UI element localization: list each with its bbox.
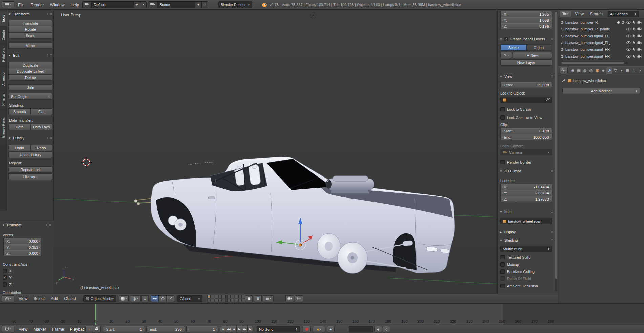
properties-tab-texture[interactable]: ▦ bbox=[625, 67, 630, 74]
outliner-item[interactable]: barstow_bumpersignal_FR bbox=[558, 46, 644, 53]
transform-z-field[interactable]: ‹Z:0.196› bbox=[500, 23, 552, 29]
layer-17[interactable] bbox=[231, 299, 234, 302]
panel-grip[interactable] bbox=[47, 137, 52, 139]
properties-tab-scene[interactable]: ◍ bbox=[582, 67, 588, 74]
layer-10[interactable] bbox=[222, 299, 226, 302]
editor-type-button[interactable]: ▾ bbox=[2, 295, 14, 302]
gp-new-button[interactable]: + New bbox=[513, 52, 552, 58]
eyedropper-icon[interactable] bbox=[546, 98, 550, 102]
viewport-3d[interactable]: xyz User Persp (1) barstow_wheeliebar bbox=[54, 10, 497, 294]
gp-brush-dropdown[interactable]: ✎▾ bbox=[500, 52, 512, 58]
outliner-scrollbar[interactable] bbox=[561, 62, 628, 64]
jump-to-next-keyframe-button[interactable]: ▶▶ bbox=[242, 326, 248, 332]
frame-start-field[interactable]: ‹Start: 1› bbox=[103, 326, 145, 332]
tool-shelf-tab-physics[interactable]: Physics bbox=[0, 91, 7, 109]
scale-button[interactable]: Scale bbox=[8, 32, 52, 39]
outliner-item[interactable]: barstow_bumpersignal_FL_ bbox=[558, 39, 644, 46]
active-keying-set-field[interactable] bbox=[349, 326, 373, 332]
layer-5[interactable] bbox=[222, 295, 226, 298]
pivot-point-dropdown[interactable]: ◎▾ bbox=[130, 295, 141, 302]
renderability-toggle-icon[interactable] bbox=[637, 34, 642, 38]
render-border-row[interactable]: Render Border bbox=[500, 160, 531, 164]
history-panel-header[interactable]: ▼History bbox=[8, 136, 52, 140]
properties-tab-constraints[interactable]: ◈ bbox=[600, 67, 606, 74]
layer-13[interactable] bbox=[235, 295, 238, 298]
layout-name-field[interactable]: Default bbox=[92, 2, 133, 8]
repeat-history-button[interactable]: History... bbox=[8, 173, 52, 180]
redo-button[interactable]: Redo bbox=[30, 145, 53, 151]
layer-6[interactable] bbox=[207, 299, 211, 302]
shading-option-textured-solid[interactable]: Textured Solid bbox=[500, 255, 555, 259]
timeline-ruler[interactable]: -50-40-30-20-100102030405060708090100110… bbox=[0, 303, 644, 325]
layer-12[interactable] bbox=[231, 295, 234, 298]
shade-smooth-button[interactable]: Smooth bbox=[8, 108, 31, 115]
operator-panel-header[interactable]: ▼Translate bbox=[2, 223, 51, 227]
shade-flat-button[interactable]: Flat bbox=[30, 108, 53, 115]
panel-grip[interactable] bbox=[47, 13, 52, 15]
item-name-field[interactable]: barstow_wheeliebar bbox=[500, 218, 552, 224]
local-camera-field[interactable]: Camera × bbox=[500, 149, 552, 155]
rotate-button[interactable]: Rotate bbox=[8, 26, 52, 33]
render-engine-dropdown[interactable]: Blender Render ▲▼ bbox=[218, 1, 252, 8]
pivot-align-toggle[interactable]: ⊕ bbox=[141, 295, 149, 302]
renderability-toggle-icon[interactable] bbox=[637, 27, 642, 31]
selectability-toggle-icon[interactable] bbox=[632, 34, 636, 38]
outliner-display-filter-dropdown[interactable]: All Scenes ▲▼ bbox=[608, 11, 639, 17]
tool-shelf-tab-tools[interactable]: Tools bbox=[0, 11, 7, 26]
duplicate-button[interactable]: Duplicate bbox=[8, 62, 52, 68]
layer-14[interactable] bbox=[238, 295, 242, 298]
transform-panel-header[interactable]: ▼Transform bbox=[8, 12, 52, 16]
shading-option-backface-culling[interactable]: Backface Culling bbox=[500, 269, 555, 274]
viewport-3d-scene[interactable]: xyz bbox=[54, 10, 497, 294]
selectability-toggle-icon[interactable] bbox=[632, 20, 636, 24]
properties-tab-particles[interactable]: ∴ bbox=[631, 67, 637, 74]
render-border-checkbox[interactable] bbox=[500, 160, 505, 164]
jump-to-start-button[interactable]: |◀ bbox=[220, 326, 226, 332]
cursor-location-z-field[interactable]: ‹Z:1.27553› bbox=[500, 196, 552, 202]
lock-camera-checkbox[interactable] bbox=[500, 115, 505, 120]
transform-y-field[interactable]: ‹Y:1.088› bbox=[500, 17, 552, 23]
viewport-menu-object[interactable]: Object bbox=[61, 296, 79, 301]
renderability-toggle-icon[interactable] bbox=[637, 55, 642, 58]
tool-shelf-tab-relations[interactable]: Relations bbox=[0, 44, 7, 65]
shading-option-ambient-occlusion[interactable]: Ambient Occlusion bbox=[500, 284, 555, 288]
outliner-item[interactable]: barstow_bumper_R bbox=[558, 19, 644, 26]
layer-8[interactable] bbox=[215, 299, 218, 302]
layer-1[interactable] bbox=[207, 295, 211, 298]
shading-option-matcap[interactable]: Matcap bbox=[500, 262, 555, 267]
lock-camera-row[interactable]: Lock Camera to View bbox=[500, 115, 542, 120]
outliner-item[interactable]: barstow_bumper_R_painted bbox=[558, 26, 644, 33]
delete-layout-button[interactable]: × bbox=[140, 2, 146, 8]
gp-source-object-button[interactable]: Object bbox=[526, 44, 552, 51]
jump-to-end-button[interactable]: ▶| bbox=[247, 326, 253, 332]
scale-manipulator-toggle[interactable] bbox=[166, 295, 174, 302]
timeline-menu-frame[interactable]: Frame bbox=[49, 327, 67, 332]
visibility-toggle-icon[interactable] bbox=[626, 41, 631, 44]
translate-z-field[interactable]: ‹Z:0.000› bbox=[3, 250, 41, 256]
viewport-menu-add[interactable]: Add bbox=[48, 296, 61, 301]
snap-element-dropdown[interactable]: ▦▾ bbox=[263, 295, 274, 302]
cursor-location-y-field[interactable]: ‹Y:2.63734› bbox=[500, 190, 552, 196]
selectability-toggle-icon[interactable] bbox=[632, 54, 636, 58]
editor-type-button[interactable]: ▾ bbox=[560, 11, 571, 17]
outliner-menu-view[interactable]: View bbox=[572, 12, 587, 16]
keying-set-add-button[interactable]: + bbox=[327, 326, 335, 332]
properties-tab-modifiers[interactable] bbox=[606, 67, 612, 74]
rotate-manipulator-toggle[interactable] bbox=[158, 295, 167, 302]
opengl-render-anim-button[interactable] bbox=[295, 295, 303, 302]
properties-tab-render-layers[interactable]: ▤ bbox=[576, 67, 582, 74]
shading-mode-dropdown[interactable]: Multitexture ▲▼ bbox=[500, 246, 552, 252]
delete-button[interactable]: Delete bbox=[8, 74, 52, 81]
visibility-toggle-icon[interactable] bbox=[626, 34, 631, 38]
join-button[interactable]: Join bbox=[8, 84, 52, 91]
panel-grip[interactable] bbox=[46, 224, 51, 226]
lock-to-cursor-checkbox[interactable] bbox=[500, 107, 505, 111]
browse-layouts-button[interactable]: ▾ bbox=[83, 2, 92, 8]
editor-type-button[interactable]: ▾ bbox=[2, 326, 14, 332]
constraint-axis-y[interactable]: ✓Y bbox=[3, 275, 12, 280]
transform-orientation-dropdown[interactable]: Global ▲▼ bbox=[177, 295, 202, 302]
clear-camera-icon[interactable]: × bbox=[548, 150, 550, 154]
clip-end-field[interactable]: ‹End: 1000.000› bbox=[500, 134, 552, 140]
panel-grip[interactable] bbox=[47, 54, 52, 57]
properties-tab-world[interactable]: ◎ bbox=[588, 67, 594, 74]
